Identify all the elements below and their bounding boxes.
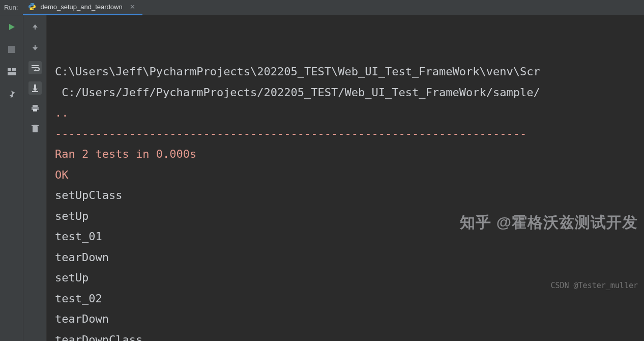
console-line: setUpClass: [55, 185, 644, 206]
console-line: OK: [55, 165, 644, 186]
run-tabs-bar: Run: demo_setup_and_teardown ✕: [0, 0, 644, 15]
soft-wrap-button[interactable]: [28, 61, 42, 74]
svg-rect-8: [33, 105, 38, 107]
console-line: ..: [55, 103, 644, 124]
svg-rect-10: [33, 109, 37, 111]
svg-rect-4: [35, 27, 36, 30]
console-line: tearDown: [55, 247, 644, 268]
svg-rect-7: [32, 91, 38, 92]
run-content: C:\Users\Jeff\PycharmProjects\202205_TES…: [0, 15, 644, 341]
console-line: C:\Users\Jeff\PycharmProjects\202205_TES…: [55, 62, 644, 82]
svg-rect-1: [8, 68, 11, 71]
svg-rect-11: [33, 126, 38, 132]
svg-rect-2: [12, 68, 16, 71]
svg-rect-12: [32, 125, 39, 126]
svg-rect-13: [34, 125, 37, 125]
run-tab-label: demo_setup_and_teardown: [40, 3, 122, 11]
console-line: setUp: [55, 206, 644, 227]
svg-rect-6: [34, 84, 36, 89]
rerun-button[interactable]: [5, 20, 18, 34]
up-button[interactable]: [28, 20, 42, 34]
console-line: test_01: [55, 226, 644, 247]
pin-button[interactable]: [5, 88, 18, 101]
run-tool-window: Run: demo_setup_and_teardown ✕: [0, 0, 644, 341]
svg-rect-3: [8, 72, 16, 75]
console-line: test_02: [55, 289, 644, 309]
run-tab-active[interactable]: demo_setup_and_teardown ✕: [23, 0, 142, 15]
python-file-icon: [28, 3, 36, 11]
print-button[interactable]: [28, 102, 42, 115]
console-line: tearDownClass: [55, 330, 644, 342]
run-toolbar-left: [0, 15, 23, 341]
clear-all-button[interactable]: [28, 122, 42, 135]
down-button[interactable]: [28, 41, 42, 54]
layout-button[interactable]: [5, 65, 18, 78]
svg-rect-0: [8, 46, 15, 53]
stop-button[interactable]: [5, 43, 18, 56]
svg-rect-5: [35, 45, 36, 47]
console-line: Ran 2 tests in 0.000s: [55, 144, 644, 165]
run-label: Run:: [0, 4, 23, 11]
console-line: C:/Users/Jeff/PycharmProjects/202205_TES…: [55, 82, 644, 103]
console-toolbar: [23, 15, 47, 341]
console-output[interactable]: C:\Users\Jeff\PycharmProjects\202205_TES…: [47, 15, 644, 341]
console-line: setUp: [55, 268, 644, 289]
console-line: ----------------------------------------…: [55, 124, 644, 145]
console-line: tearDown: [55, 309, 644, 330]
scroll-to-end-button[interactable]: [28, 81, 42, 95]
close-icon[interactable]: ✕: [130, 3, 135, 11]
